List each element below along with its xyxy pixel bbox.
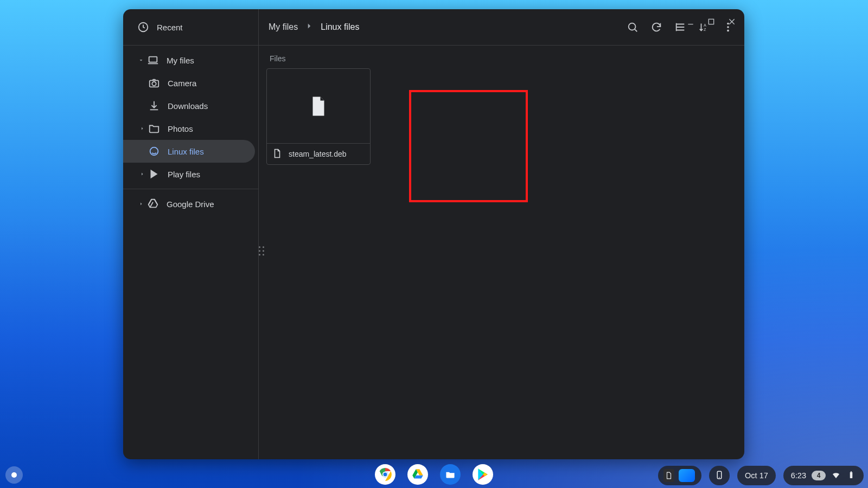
notification-card-app bbox=[679, 469, 695, 482]
sidebar-item-linux-files[interactable]: Linux files bbox=[123, 140, 255, 163]
search-button[interactable] bbox=[621, 15, 644, 39]
notification-card-file bbox=[663, 469, 674, 482]
file-name: steam_latest.deb bbox=[289, 150, 347, 158]
sidebar-linux-label: Linux files bbox=[168, 147, 204, 156]
status-tray: Oct 17 6:23 4 bbox=[658, 466, 864, 485]
sidebar-photos-label: Photos bbox=[168, 124, 193, 133]
sidebar-item-play-files[interactable]: Play files bbox=[123, 163, 255, 185]
phone-icon bbox=[714, 470, 724, 481]
toolbar: My files Linux files AZ bbox=[259, 9, 744, 46]
svg-point-29 bbox=[383, 472, 388, 477]
files-grid: steam_latest.deb bbox=[259, 68, 744, 165]
sidebar-item-google-drive[interactable]: Google Drive bbox=[123, 192, 255, 215]
sidebar-item-recent[interactable]: Recent bbox=[123, 9, 258, 46]
sidebar-my-files-label: My files bbox=[167, 56, 194, 65]
main-content: My files Linux files AZ bbox=[259, 9, 744, 459]
svg-point-10 bbox=[259, 246, 260, 248]
play-store-icon bbox=[148, 168, 160, 180]
sidebar-play-label: Play files bbox=[168, 170, 200, 179]
google-drive-icon bbox=[147, 198, 159, 210]
launcher-button[interactable] bbox=[5, 466, 23, 484]
notification-badge: 4 bbox=[812, 471, 826, 480]
chevron-right-icon bbox=[304, 21, 314, 33]
svg-point-12 bbox=[259, 250, 260, 252]
file-caption: steam_latest.deb bbox=[267, 143, 370, 164]
sidebar-camera-label: Camera bbox=[168, 79, 196, 88]
sidebar-resize-handle[interactable] bbox=[258, 245, 265, 255]
svg-point-26 bbox=[727, 30, 729, 32]
download-icon bbox=[148, 100, 160, 112]
status-pill[interactable]: 6:23 4 bbox=[783, 466, 864, 485]
svg-line-17 bbox=[635, 29, 637, 31]
wifi-icon bbox=[831, 470, 841, 481]
dock-app-files[interactable] bbox=[440, 464, 461, 485]
refresh-button[interactable] bbox=[644, 15, 668, 39]
svg-point-15 bbox=[263, 254, 264, 255]
folder-icon bbox=[148, 123, 160, 134]
window-controls bbox=[686, 17, 737, 27]
breadcrumb-root[interactable]: My files bbox=[269, 22, 298, 32]
window-maximize-button[interactable] bbox=[706, 17, 716, 27]
files-section-label: Files bbox=[259, 46, 744, 68]
svg-point-14 bbox=[259, 254, 260, 255]
sidebar-item-camera[interactable]: Camera bbox=[123, 72, 255, 94]
svg-rect-34 bbox=[851, 471, 852, 472]
svg-point-11 bbox=[263, 246, 264, 248]
status-time: 6:23 bbox=[791, 471, 806, 480]
sidebar-item-photos[interactable]: Photos bbox=[123, 117, 255, 140]
svg-point-16 bbox=[629, 23, 636, 30]
sidebar-recent-label: Recent bbox=[157, 23, 183, 32]
shelf: Oct 17 6:23 4 bbox=[0, 462, 868, 488]
dock-app-drive[interactable] bbox=[407, 464, 428, 485]
files-app-window: Recent My files Camera bbox=[123, 9, 744, 459]
linux-icon bbox=[148, 145, 160, 157]
status-date: Oct 17 bbox=[745, 471, 768, 480]
breadcrumb: My files Linux files bbox=[269, 21, 359, 33]
svg-rect-1 bbox=[709, 19, 713, 24]
sidebar-drive-label: Google Drive bbox=[167, 200, 214, 209]
battery-icon bbox=[846, 470, 856, 481]
dock bbox=[375, 464, 493, 485]
sidebar-item-downloads[interactable]: Downloads bbox=[123, 94, 255, 117]
sidebar: Recent My files Camera bbox=[123, 9, 259, 459]
sidebar-item-my-files[interactable]: My files bbox=[123, 49, 255, 72]
svg-point-8 bbox=[152, 82, 156, 86]
sidebar-downloads-label: Downloads bbox=[168, 101, 208, 111]
chevron-right-icon bbox=[138, 171, 146, 177]
chevron-right-icon bbox=[137, 201, 145, 207]
chevron-down-icon bbox=[137, 57, 145, 63]
dock-app-play-store[interactable] bbox=[473, 464, 493, 485]
window-minimize-button[interactable] bbox=[686, 17, 695, 27]
svg-point-13 bbox=[263, 250, 264, 252]
laptop-icon bbox=[147, 54, 159, 66]
file-icon bbox=[272, 149, 282, 160]
file-tile[interactable]: steam_latest.deb bbox=[266, 68, 371, 165]
sidebar-divider bbox=[123, 189, 258, 189]
chevron-right-icon bbox=[138, 125, 146, 132]
breadcrumb-current[interactable]: Linux files bbox=[321, 22, 359, 32]
file-thumb bbox=[267, 69, 370, 143]
camera-icon bbox=[148, 77, 160, 89]
svg-rect-33 bbox=[850, 472, 853, 478]
clock-icon bbox=[137, 21, 149, 33]
tote-button[interactable] bbox=[709, 466, 730, 485]
svg-rect-5 bbox=[149, 57, 157, 62]
svg-text:Z: Z bbox=[704, 27, 706, 32]
dock-app-chrome[interactable] bbox=[375, 464, 395, 485]
date-pill[interactable]: Oct 17 bbox=[737, 466, 776, 485]
window-close-button[interactable] bbox=[727, 17, 737, 27]
notification-stack[interactable] bbox=[658, 466, 701, 485]
